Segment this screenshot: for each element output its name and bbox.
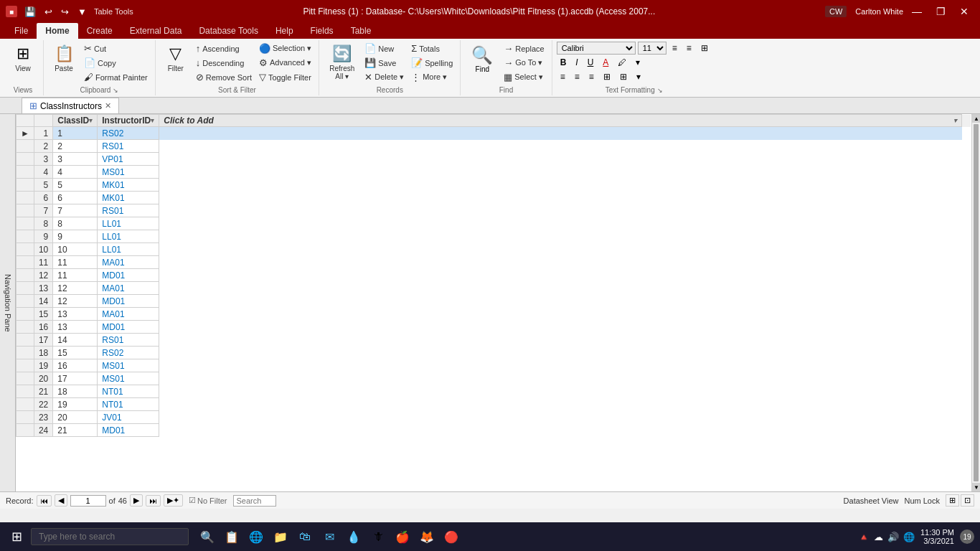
totals-btn[interactable]: Σ Totals [408, 42, 456, 55]
list-numbers-btn[interactable]: ≡ [683, 42, 695, 55]
table-row[interactable]: 2017MS01 [17, 372, 971, 385]
cell-classid[interactable]: 19 [53, 398, 98, 411]
taskbar-icon-explorer[interactable]: 📁 [270, 527, 291, 547]
more-format-btn[interactable]: ▾ [632, 56, 644, 69]
cell-instructorid[interactable]: RS01 [98, 334, 159, 347]
cell-classid[interactable]: 12 [53, 282, 98, 295]
clicktoadd-arrow[interactable]: ▾ [953, 117, 957, 124]
cell-instructorid[interactable]: RS01 [98, 204, 159, 217]
table-container[interactable]: ClassID ▾ InstructorID ▾ [16, 114, 971, 491]
undo-btn[interactable]: ↩ [42, 5, 55, 19]
table-row[interactable]: 55MK01 [17, 179, 971, 192]
filter-btn[interactable]: ▽ Filter [160, 42, 192, 75]
cell-instructorid[interactable]: MK01 [98, 192, 159, 204]
nav-next-btn[interactable]: ▶ [130, 494, 143, 507]
cell-classid[interactable]: 9 [53, 230, 98, 243]
table-row[interactable]: 44MS01 [17, 166, 971, 179]
current-record-field[interactable] [70, 495, 106, 507]
cell-instructorid[interactable]: MS01 [98, 166, 159, 179]
table-row[interactable]: 2118NT01 [17, 385, 971, 398]
tab-external-data[interactable]: External Data [121, 23, 191, 39]
font-name-select[interactable]: Calibri [557, 42, 636, 55]
row-selector[interactable] [17, 256, 34, 269]
tray-up-arrow[interactable]: 🔺 [858, 532, 870, 542]
cell-instructorid[interactable]: RS02 [98, 347, 159, 359]
nav-new-btn[interactable]: ▶✦ [164, 494, 183, 507]
tab-help[interactable]: Help [267, 23, 302, 39]
taskbar-icon-edge[interactable]: 🌐 [246, 527, 266, 547]
row-selector[interactable] [17, 334, 34, 347]
cell-classid[interactable]: 21 [53, 424, 98, 437]
find-btn[interactable]: 🔍 Find [465, 42, 499, 76]
start-btn[interactable]: ⊞ [6, 526, 28, 547]
gridlines-btn[interactable]: ⊞ [616, 70, 631, 83]
tab-fields[interactable]: Fields [302, 23, 342, 39]
cell-classid[interactable]: 11 [53, 256, 98, 269]
row-selector[interactable] [17, 204, 34, 217]
save-quick-btn[interactable]: 💾 [22, 5, 39, 19]
cell-instructorid[interactable]: RS02 [98, 127, 159, 140]
th-clicktoadd[interactable]: Click to Add ▾ [159, 115, 962, 127]
table-row[interactable]: 1010LL01 [17, 243, 971, 256]
table-row[interactable]: 1312MA01 [17, 282, 971, 295]
scroll-down-btn[interactable]: ▼ [972, 483, 980, 491]
scroll-up-btn[interactable]: ▲ [972, 114, 980, 123]
cell-classid[interactable]: 17 [53, 372, 98, 385]
taskbar-icon-access[interactable]: 🔴 [441, 527, 461, 547]
th-classid[interactable]: ClassID ▾ [53, 115, 98, 127]
row-selector[interactable] [17, 424, 34, 437]
row-selector[interactable] [17, 166, 34, 179]
cell-instructorid[interactable]: NT01 [98, 385, 159, 398]
cell-instructorid[interactable]: MS01 [98, 359, 159, 372]
align-right-btn[interactable]: ≡ [585, 70, 598, 83]
table-row[interactable]: 1412MD01 [17, 295, 971, 308]
cell-instructorid[interactable]: MK01 [98, 179, 159, 192]
align-center-btn[interactable]: ≡ [571, 70, 583, 83]
nav-first-btn[interactable]: ⏮ [37, 495, 52, 507]
row-selector[interactable] [17, 411, 34, 424]
cell-instructorid[interactable]: LL01 [98, 217, 159, 230]
vertical-scrollbar[interactable]: ▲ ▼ [971, 114, 980, 491]
tab-file[interactable]: File [6, 23, 37, 39]
cell-classid[interactable]: 7 [53, 204, 98, 217]
table-row[interactable]: 22RS01 [17, 140, 971, 153]
replace-btn[interactable]: → Replace [501, 42, 547, 55]
cell-classid[interactable]: 4 [53, 166, 98, 179]
cell-instructorid[interactable]: MA01 [98, 308, 159, 321]
table-row[interactable]: 2320JV01 [17, 411, 971, 424]
cell-instructorid[interactable]: MD01 [98, 424, 159, 437]
table-row[interactable]: 2219NT01 [17, 398, 971, 411]
close-btn[interactable]: ✕ [954, 4, 974, 19]
cell-classid[interactable]: 15 [53, 347, 98, 359]
save-record-btn[interactable]: 💾 Save [362, 56, 407, 70]
spelling-btn[interactable]: 📝 Spelling [408, 56, 456, 70]
table-row[interactable]: 1513MA01 [17, 308, 971, 321]
row-selector[interactable] [17, 217, 34, 230]
tab-create[interactable]: Create [78, 23, 121, 39]
table-row[interactable]: 77RS01 [17, 204, 971, 217]
underline-btn[interactable]: U [584, 56, 598, 69]
table-row[interactable]: 33VP01 [17, 153, 971, 166]
cell-instructorid[interactable]: VP01 [98, 153, 159, 166]
nav-prev-btn[interactable]: ◀ [55, 494, 67, 507]
cell-instructorid[interactable]: MD01 [98, 269, 159, 282]
taskbar-time[interactable]: 11:30 PM 3/3/2021 [920, 528, 954, 545]
row-selector[interactable] [17, 153, 34, 166]
row-selector[interactable] [17, 269, 34, 282]
cell-instructorid[interactable]: LL01 [98, 230, 159, 243]
tray-volume[interactable]: 🔊 [887, 532, 899, 542]
row-selector[interactable] [17, 347, 34, 359]
cell-instructorid[interactable]: MA01 [98, 282, 159, 295]
cell-instructorid[interactable]: MS01 [98, 372, 159, 385]
search-input[interactable] [233, 495, 276, 507]
table-row[interactable]: 1211MD01 [17, 269, 971, 282]
row-selector[interactable] [17, 179, 34, 192]
table-row[interactable]: 1111MA01 [17, 256, 971, 269]
row-selector[interactable] [17, 385, 34, 398]
cell-classid[interactable]: 12 [53, 295, 98, 308]
table-row[interactable]: 88LL01 [17, 217, 971, 230]
indent-btn[interactable]: ⊞ [600, 70, 614, 83]
more-align-btn[interactable]: ▾ [633, 70, 644, 83]
more-btn[interactable]: ⋮ More ▾ [408, 70, 456, 84]
bold-btn[interactable]: B [557, 56, 570, 69]
